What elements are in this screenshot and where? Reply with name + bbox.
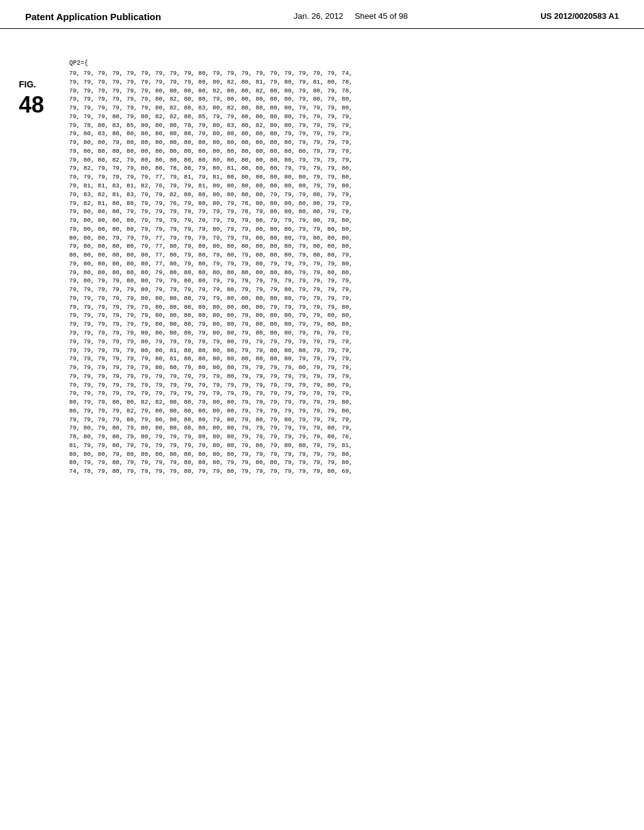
figure-label: FIG. 48 [19, 42, 63, 485]
qp-label: QP2={ [69, 59, 625, 69]
publication-title: Patent Application Publication [25, 11, 161, 22]
date-text: Jan. 26, 2012 [294, 11, 343, 21]
page-header: Patent Application Publication Jan. 26, … [0, 0, 644, 29]
data-text: 79, 79, 79, 79, 79, 79, 79, 79, 79, 80, … [69, 70, 352, 475]
sheet-info: Jan. 26, 2012 Sheet 45 of 98 [294, 11, 408, 21]
data-content: QP2={79, 79, 79, 79, 79, 79, 79, 79, 79,… [63, 42, 625, 485]
fig-number: 48 [19, 92, 44, 118]
patent-number: US 2012/0020583 A1 [540, 11, 619, 21]
page: Patent Application Publication Jan. 26, … [0, 0, 644, 497]
main-content: FIG. 48 QP2={79, 79, 79, 79, 79, 79, 79,… [0, 29, 644, 497]
fig-text: FIG. [19, 79, 36, 89]
sheet-text: Sheet 45 of 98 [355, 11, 408, 21]
